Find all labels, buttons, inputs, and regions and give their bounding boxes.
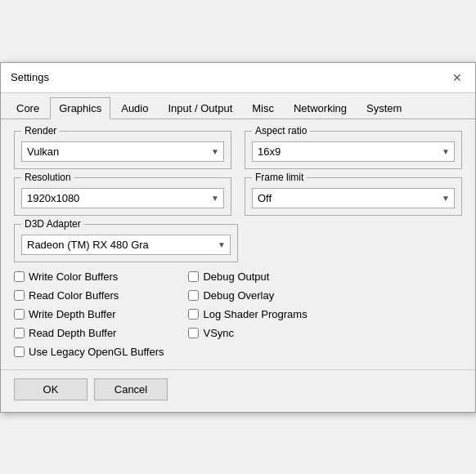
aspect-ratio-group: Aspect ratio 16x9 4x3 21x9 Stretch ▼ bbox=[245, 131, 462, 169]
checkbox-legacy-opengl-input[interactable] bbox=[14, 347, 25, 357]
checkbox-debug-overlay-label: Debug Overlay bbox=[203, 289, 274, 302]
tab-core[interactable]: Core bbox=[7, 97, 48, 119]
checkbox-legacy-opengl-label: Use Legacy OpenGL Buffers bbox=[29, 346, 164, 358]
checkboxes-left-col: Write Color Buffers Read Color Buffers W… bbox=[14, 271, 164, 358]
render-aspect-row: Render Vulkan OpenGL DirectX 11 DirectX … bbox=[14, 131, 462, 169]
checkbox-log-shader[interactable]: Log Shader Programs bbox=[188, 308, 307, 320]
resolution-framelimit-row: Resolution 1920x1080 1280x720 2560x1440 … bbox=[14, 177, 462, 216]
resolution-group: Resolution 1920x1080 1280x720 2560x1440 … bbox=[14, 177, 231, 216]
window-title: Settings bbox=[11, 71, 49, 83]
aspect-ratio-label: Aspect ratio bbox=[252, 125, 310, 136]
render-select[interactable]: Vulkan OpenGL DirectX 11 DirectX 12 bbox=[21, 141, 224, 162]
resolution-select-wrapper: 1920x1080 1280x720 2560x1440 3840x2160 ▼ bbox=[21, 188, 224, 208]
checkbox-read-color-label: Read Color Buffers bbox=[29, 289, 119, 302]
cancel-button[interactable]: Cancel bbox=[94, 378, 168, 400]
checkbox-debug-overlay-input[interactable] bbox=[188, 290, 199, 301]
resolution-select[interactable]: 1920x1080 1280x720 2560x1440 3840x2160 bbox=[21, 188, 224, 208]
checkbox-vsync-input[interactable] bbox=[188, 328, 199, 338]
d3d-adapter-select-wrapper: Radeon (TM) RX 480 Gra ▼ bbox=[21, 235, 231, 255]
title-bar: Settings ✕ bbox=[1, 63, 475, 93]
tab-graphics[interactable]: Graphics bbox=[50, 97, 110, 119]
checkbox-read-depth[interactable]: Read Depth Buffer bbox=[14, 327, 164, 339]
footer: OK Cancel bbox=[1, 369, 475, 412]
frame-limit-group: Frame limit Off 30 60 120 ▼ bbox=[245, 177, 462, 216]
checkbox-legacy-opengl[interactable]: Use Legacy OpenGL Buffers bbox=[14, 346, 164, 358]
tab-input-output[interactable]: Input / Output bbox=[159, 97, 241, 119]
d3d-adapter-label: D3D Adapter bbox=[21, 218, 84, 230]
checkbox-write-depth[interactable]: Write Depth Buffer bbox=[14, 308, 164, 320]
checkbox-write-color-input[interactable] bbox=[14, 271, 25, 282]
checkbox-debug-output-input[interactable] bbox=[188, 271, 199, 282]
d3d-row: D3D Adapter Radeon (TM) RX 480 Gra ▼ bbox=[14, 224, 462, 262]
checkbox-write-color[interactable]: Write Color Buffers bbox=[14, 271, 164, 283]
d3d-adapter-select[interactable]: Radeon (TM) RX 480 Gra bbox=[21, 235, 231, 255]
tab-misc[interactable]: Misc bbox=[243, 97, 283, 119]
checkbox-vsync-label: VSync bbox=[203, 327, 234, 339]
checkbox-debug-output[interactable]: Debug Output bbox=[188, 271, 307, 283]
tab-content: Render Vulkan OpenGL DirectX 11 DirectX … bbox=[1, 119, 475, 369]
tab-networking[interactable]: Networking bbox=[285, 97, 356, 119]
aspect-ratio-select[interactable]: 16x9 4x3 21x9 Stretch bbox=[252, 141, 455, 162]
aspect-ratio-select-wrapper: 16x9 4x3 21x9 Stretch ▼ bbox=[252, 141, 455, 162]
render-label: Render bbox=[21, 125, 60, 136]
checkbox-debug-overlay[interactable]: Debug Overlay bbox=[188, 289, 307, 302]
checkboxes-right-col: Debug Output Debug Overlay Log Shader Pr… bbox=[188, 271, 307, 358]
ok-button[interactable]: OK bbox=[14, 378, 88, 400]
d3d-adapter-group: D3D Adapter Radeon (TM) RX 480 Gra ▼ bbox=[14, 224, 238, 262]
settings-window: Settings ✕ Core Graphics Audio Input / O… bbox=[0, 62, 476, 413]
checkbox-vsync[interactable]: VSync bbox=[188, 327, 307, 339]
checkbox-read-depth-label: Read Depth Buffer bbox=[29, 327, 116, 339]
checkbox-log-shader-label: Log Shader Programs bbox=[203, 308, 307, 320]
checkboxes-section: Write Color Buffers Read Color Buffers W… bbox=[14, 271, 462, 358]
checkbox-read-color-input[interactable] bbox=[14, 290, 25, 301]
checkbox-write-depth-input[interactable] bbox=[14, 309, 25, 320]
checkbox-log-shader-input[interactable] bbox=[188, 309, 199, 320]
checkbox-read-color[interactable]: Read Color Buffers bbox=[14, 289, 164, 302]
frame-limit-label: Frame limit bbox=[252, 172, 307, 183]
resolution-label: Resolution bbox=[21, 172, 74, 183]
render-group: Render Vulkan OpenGL DirectX 11 DirectX … bbox=[14, 131, 231, 169]
tab-audio[interactable]: Audio bbox=[112, 97, 157, 119]
frame-limit-select-wrapper: Off 30 60 120 ▼ bbox=[252, 188, 455, 208]
checkbox-read-depth-input[interactable] bbox=[14, 328, 25, 338]
checkbox-write-depth-label: Write Depth Buffer bbox=[29, 308, 115, 320]
tab-system[interactable]: System bbox=[357, 97, 411, 119]
checkbox-debug-output-label: Debug Output bbox=[203, 271, 269, 283]
checkbox-write-color-label: Write Color Buffers bbox=[29, 271, 118, 283]
render-select-wrapper: Vulkan OpenGL DirectX 11 DirectX 12 ▼ bbox=[21, 141, 224, 162]
tabs-bar: Core Graphics Audio Input / Output Misc … bbox=[1, 93, 475, 119]
frame-limit-select[interactable]: Off 30 60 120 bbox=[252, 188, 455, 208]
close-button[interactable]: ✕ bbox=[449, 69, 465, 86]
